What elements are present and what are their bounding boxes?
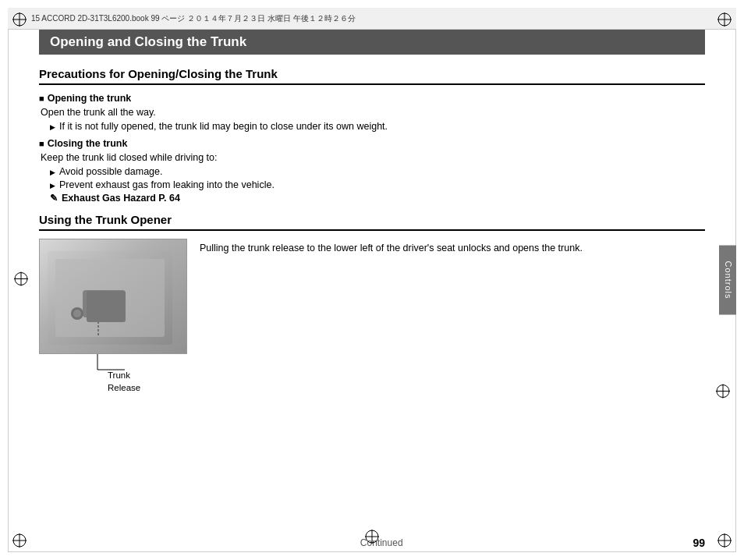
corner-mark-bl	[11, 532, 28, 549]
precautions-heading: Precautions for Opening/Closing the Trun…	[39, 67, 705, 85]
svg-rect-17	[93, 299, 108, 305]
opening-trunk-bullet: If it is not fully opened, the trunk lid…	[50, 121, 705, 132]
closing-trunk-subheading: Closing the trunk	[39, 138, 705, 149]
closing-trunk-body: Keep the trunk lid closed while driving …	[41, 152, 705, 163]
corner-mark-tr	[716, 11, 733, 28]
trunk-opener-content: TrunkRelease Pulling the trunk release t…	[39, 239, 705, 394]
trunk-label-area: TrunkRelease	[39, 354, 187, 394]
right-side-tab: Controls	[719, 246, 736, 315]
trunk-image-container: TrunkRelease	[39, 239, 187, 394]
top-strip: 15 ACCORD 2D-31T3L6200.book 99 ページ ２０１４年…	[8, 8, 736, 30]
page-header: Opening and Closing the Trunk	[39, 30, 705, 55]
opening-trunk-subheading: Opening the trunk	[39, 93, 705, 104]
main-content: Opening and Closing the Trunk Precaution…	[39, 30, 705, 529]
closing-trunk-note-text: Exhaust Gas Hazard P. 64	[62, 193, 180, 204]
trunk-image	[39, 239, 187, 354]
top-strip-text: 15 ACCORD 2D-31T3L6200.book 99 ページ ２０１４年…	[31, 13, 356, 24]
page-header-title: Opening and Closing the Trunk	[50, 34, 246, 49]
right-tab-label: Controls	[724, 261, 733, 299]
note-icon: ✎	[50, 193, 58, 204]
mid-right-mark	[714, 382, 732, 402]
precautions-section: Precautions for Opening/Closing the Trun…	[39, 67, 705, 204]
svg-point-19	[73, 310, 81, 317]
trunk-svg	[40, 239, 187, 354]
svg-rect-14	[55, 259, 165, 337]
trunk-description: Pulling the trunk release to the lower l…	[200, 239, 705, 394]
corner-mark-br	[716, 532, 733, 549]
closing-trunk-bullet-1: Avoid possible damage.	[50, 166, 705, 177]
svg-rect-15	[83, 290, 126, 317]
trunk-opener-section: Using the Trunk Opener	[39, 213, 705, 394]
svg-rect-16	[88, 296, 115, 308]
page-number: 99	[693, 537, 705, 549]
bottom-center-mark	[363, 528, 381, 548]
mid-left-mark	[12, 271, 30, 290]
trunk-opener-heading: Using the Trunk Opener	[39, 213, 705, 231]
opening-trunk-body: Open the trunk all the way.	[41, 107, 705, 118]
closing-trunk-note: ✎ Exhaust Gas Hazard P. 64	[50, 193, 705, 204]
closing-trunk-bullet-2: Prevent exhaust gas from leaking into th…	[50, 179, 705, 190]
corner-mark-tl	[11, 11, 28, 28]
